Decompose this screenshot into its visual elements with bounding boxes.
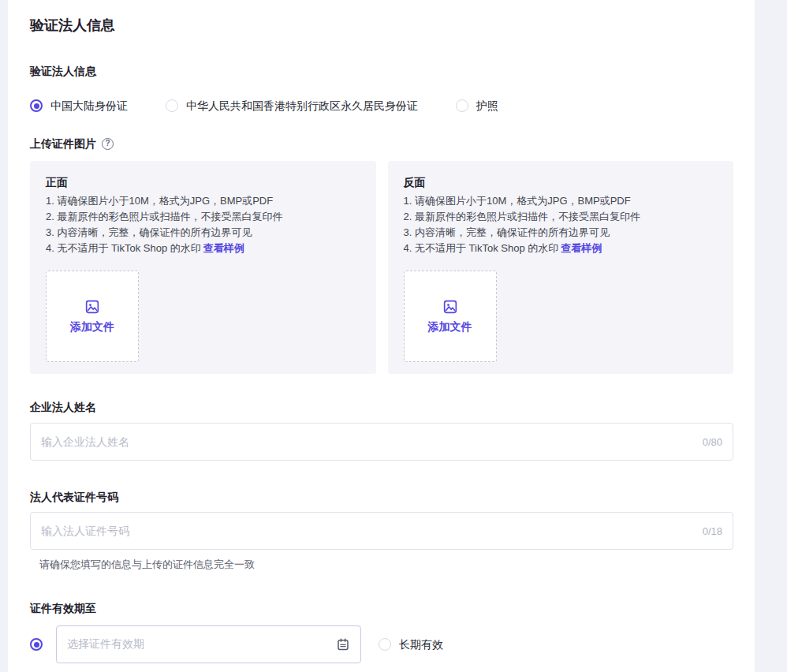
instruction-line: 3. 内容清晰，完整，确保证件的所有边界可见 [46, 225, 360, 241]
upload-card-title: 反面 [404, 174, 718, 190]
instruction-line: 1. 请确保图片小于10M，格式为JPG，BMP或PDF [404, 193, 718, 209]
radio-option-label: 护照 [476, 98, 498, 114]
image-icon [442, 299, 458, 315]
radio-selected-icon [30, 99, 43, 112]
id-type-radio-group: 中国大陆身份证 中华人民共和国香港特别行政区永久居民身份证 护照 [30, 98, 733, 114]
upload-instructions: 1. 请确保图片小于10M，格式为JPG，BMP或PDF 2. 最新原件的彩色照… [404, 193, 718, 256]
expiry-label: 证件有效期至 [30, 600, 733, 616]
id-type-group-label: 验证法人信息 [30, 63, 733, 79]
add-file-dropzone-front[interactable]: 添加文件 [46, 271, 139, 362]
upload-card-title: 正面 [46, 174, 360, 190]
legal-name-label: 企业法人姓名 [30, 399, 733, 415]
expiry-date-placeholder: 选择证件有效期 [67, 637, 144, 651]
view-sample-link[interactable]: 查看样例 [561, 242, 602, 254]
id-number-counter: 0/18 [703, 525, 722, 537]
upload-card-front: 正面 1. 请确保图片小于10M，格式为JPG，BMP或PDF 2. 最新原件的… [30, 161, 376, 374]
long-term-label: 长期有效 [399, 637, 443, 652]
radio-option-passport[interactable]: 护照 [456, 98, 498, 114]
instruction-line: 4. 无不适用于 TikTok Shop 的水印查看样例 [404, 241, 718, 256]
radio-option-label: 中国大陆身份证 [50, 98, 128, 114]
image-icon [84, 299, 100, 315]
radio-unselected-icon [456, 99, 468, 112]
legal-name-counter: 0/80 [703, 436, 722, 448]
id-number-label: 法人代表证件号码 [30, 489, 733, 505]
instruction-line: 3. 内容清晰，完整，确保证件的所有边界可见 [404, 225, 718, 241]
radio-option-mainland-id[interactable]: 中国大陆身份证 [30, 98, 128, 114]
radio-option-hk-permanent-id[interactable]: 中华人民共和国香港特别行政区永久居民身份证 [166, 98, 418, 114]
instruction-line: 1. 请确保图片小于10M，格式为JPG，BMP或PDF [46, 193, 360, 209]
radio-option-long-term[interactable]: 长期有效 [379, 637, 443, 652]
radio-specific-expiry-date[interactable] [30, 638, 43, 651]
radio-option-label: 中华人民共和国香港特别行政区永久居民身份证 [186, 98, 418, 114]
upload-instructions: 1. 请确保图片小于10M，格式为JPG，BMP或PDF 2. 最新原件的彩色照… [46, 193, 360, 256]
radio-unselected-icon [379, 638, 391, 651]
expiry-date-picker[interactable]: 选择证件有效期 [56, 625, 361, 663]
add-file-dropzone-back[interactable]: 添加文件 [404, 271, 497, 362]
add-file-label: 添加文件 [428, 320, 472, 334]
radio-unselected-icon [166, 99, 178, 112]
add-file-label: 添加文件 [70, 320, 114, 334]
id-number-helper-text: 请确保您填写的信息与上传的证件信息完全一致 [39, 558, 733, 572]
view-sample-link[interactable]: 查看样例 [203, 242, 244, 254]
upload-card-back: 反面 1. 请确保图片小于10M，格式为JPG，BMP或PDF 2. 最新原件的… [388, 161, 734, 374]
instruction-line: 2. 最新原件的彩色照片或扫描件，不接受黑白复印件 [404, 209, 718, 225]
legal-person-form-panel: 验证法人信息 验证法人信息 中国大陆身份证 中华人民共和国香港特别行政区永久居民… [8, 0, 755, 672]
help-icon[interactable]: ? [102, 138, 114, 150]
legal-name-input[interactable] [30, 423, 733, 461]
calendar-icon [336, 637, 350, 651]
instruction-line: 2. 最新原件的彩色照片或扫描件，不接受黑白复印件 [46, 209, 360, 225]
upload-section-label: 上传证件图片 [30, 136, 96, 151]
id-number-input[interactable] [30, 512, 733, 550]
instruction-line: 4. 无不适用于 TikTok Shop 的水印查看样例 [46, 241, 360, 256]
upload-cards: 正面 1. 请确保图片小于10M，格式为JPG，BMP或PDF 2. 最新原件的… [30, 161, 733, 374]
page-title: 验证法人信息 [30, 16, 733, 35]
